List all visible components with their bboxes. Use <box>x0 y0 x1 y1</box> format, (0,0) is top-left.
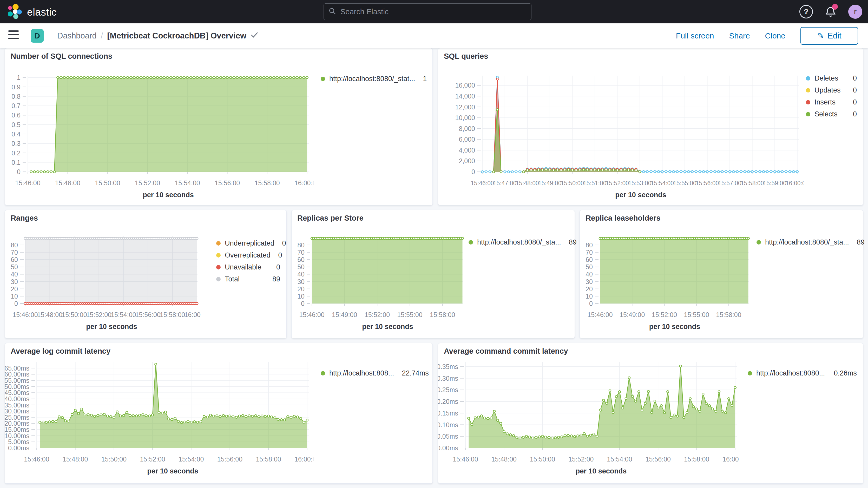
legend-series-dot-icon <box>216 277 221 281</box>
legend-item[interactable]: Selects0 <box>806 110 857 118</box>
svg-text:0.05ms: 0.05ms <box>438 433 458 440</box>
svg-text:15:54:00: 15:54:00 <box>651 180 674 187</box>
share-button[interactable]: Share <box>729 31 750 40</box>
legend-series-value: 0.26ms <box>830 369 857 377</box>
svg-text:per 10 seconds: per 10 seconds <box>143 191 194 199</box>
alerts-bell-button[interactable] <box>824 5 837 18</box>
title-caret-icon[interactable] <box>250 31 258 40</box>
notification-dot <box>832 4 838 10</box>
svg-text:10: 10 <box>11 293 18 300</box>
chart-legend: http://localhost:8080...0.26ms <box>738 343 863 483</box>
legend-series-dot-icon <box>216 253 221 257</box>
chart-legend: http://localhost:8080/_sta...89 <box>751 210 863 338</box>
svg-text:20: 20 <box>586 285 593 293</box>
legend-item[interactable]: Underreplicated0 <box>216 239 280 247</box>
brand-name: elastic <box>27 6 57 18</box>
legend-series-label: http://localhost:8080/_sta... <box>477 238 561 246</box>
svg-text:15:46:00: 15:46:00 <box>453 456 478 463</box>
svg-text:15:51:00: 15:51:00 <box>583 180 607 187</box>
legend-item[interactable]: Deletes0 <box>806 74 857 82</box>
legend-item[interactable]: http://localhost:8080/_sta...89 <box>469 238 568 246</box>
panel-title[interactable]: SQL queries <box>444 52 488 61</box>
global-search[interactable] <box>323 3 531 20</box>
svg-text:0.8: 0.8 <box>11 93 21 100</box>
svg-text:50: 50 <box>11 263 18 271</box>
panel-sql-queries: SQL queries 15:46:0015:47:0015:48:0015:4… <box>438 48 863 205</box>
legend-item[interactable]: Updates0 <box>806 86 857 94</box>
legend-item[interactable]: Inserts0 <box>806 98 857 106</box>
svg-text:15:48:00: 15:48:00 <box>63 456 88 463</box>
legend-series-label: http://localhost:8080/_stat... <box>329 75 415 83</box>
svg-text:80: 80 <box>586 241 593 249</box>
svg-text:per 10 seconds: per 10 seconds <box>86 323 137 331</box>
sql-queries-chart[interactable]: 15:46:0015:47:0015:48:0015:49:0015:50:00… <box>438 48 804 206</box>
menu-hamburger-button[interactable] <box>8 30 20 41</box>
svg-text:per 10 seconds: per 10 seconds <box>615 191 666 199</box>
legend-series-dot-icon <box>321 371 325 375</box>
legend-item[interactable]: http://localhost:8080/_stat...1 <box>321 75 426 83</box>
full-screen-button[interactable]: Full screen <box>676 31 714 40</box>
svg-text:15:58:00: 15:58:00 <box>256 456 281 463</box>
svg-text:8,000: 8,000 <box>459 125 475 132</box>
legend-item[interactable]: Total89 <box>216 275 280 283</box>
panel-ranges: Ranges 15:46:0015:48:0015:50:0015:52:001… <box>5 210 287 338</box>
avg-command-commit-latency-chart[interactable]: 15:46:0015:48:0015:50:0015:52:0015:54:00… <box>438 343 739 484</box>
svg-text:15:52:00: 15:52:00 <box>365 311 390 318</box>
panel-title[interactable]: Replicas per Store <box>297 214 364 222</box>
svg-text:4,000: 4,000 <box>459 147 475 154</box>
legend-series-label: Total <box>225 275 240 283</box>
help-icon[interactable]: ? <box>799 5 813 19</box>
sql-connections-chart[interactable]: 15:46:0015:48:0015:50:0015:52:0015:54:00… <box>5 48 313 206</box>
svg-text:15:47:00: 15:47:00 <box>493 180 517 187</box>
svg-text:16:00:00: 16:00:00 <box>184 311 201 318</box>
panel-avg-command-commit-latency: Average command commit latency 15:46:001… <box>438 343 863 484</box>
svg-text:10,000: 10,000 <box>455 114 475 121</box>
panel-sql-connections: Number of SQL connections 15:46:0015:48:… <box>5 48 433 205</box>
legend-item[interactable]: Overreplicated0 <box>216 251 280 259</box>
svg-text:0.3: 0.3 <box>11 140 21 147</box>
svg-text:0.25ms: 0.25ms <box>438 386 458 393</box>
panel-title[interactable]: Average log commit latency <box>11 347 111 356</box>
legend-series-dot-icon <box>806 88 810 92</box>
svg-text:0.2: 0.2 <box>11 149 21 157</box>
avg-log-commit-latency-chart[interactable]: 15:46:0015:48:0015:50:0015:52:0015:54:00… <box>5 343 313 484</box>
breadcrumb-dashboard-link[interactable]: Dashboard <box>57 31 97 40</box>
svg-text:15:59:00: 15:59:00 <box>763 180 786 187</box>
replica-leaseholders-chart[interactable]: 15:46:0015:49:0015:52:0015:55:0015:58:00… <box>580 210 752 339</box>
svg-text:15:54:00: 15:54:00 <box>179 456 204 463</box>
svg-text:10: 10 <box>586 293 593 300</box>
panel-title[interactable]: Replica leaseholders <box>586 214 661 222</box>
svg-text:15:56:00: 15:56:00 <box>217 456 243 463</box>
search-input[interactable] <box>340 7 527 17</box>
chart-legend: http://localhost:8080/_stat...1 <box>313 48 432 205</box>
panel-title[interactable]: Average command commit latency <box>444 347 568 356</box>
panel-title[interactable]: Number of SQL connections <box>11 52 112 61</box>
svg-text:15:52:00: 15:52:00 <box>140 456 165 463</box>
vertical-divider <box>50 23 50 48</box>
svg-text:60: 60 <box>11 256 18 263</box>
svg-text:12,000: 12,000 <box>455 103 475 111</box>
svg-text:16:00:00: 16:00:00 <box>722 456 739 463</box>
clone-button[interactable]: Clone <box>765 31 785 40</box>
legend-item[interactable]: http://localhost:8080/_sta...89 <box>756 238 857 246</box>
svg-text:70: 70 <box>11 249 18 256</box>
svg-text:15:50:00: 15:50:00 <box>62 311 87 318</box>
replicas-per-store-chart[interactable]: 15:46:0015:49:0015:52:0015:55:0015:58:00… <box>291 210 466 339</box>
ranges-chart[interactable]: 15:46:0015:48:0015:50:0015:52:0015:54:00… <box>5 210 201 339</box>
legend-item[interactable]: http://localhost:8080...0.26ms <box>748 369 857 377</box>
legend-item[interactable]: http://localhost:808...22.74ms <box>321 369 426 377</box>
dashboard-app-badge[interactable]: D <box>31 29 44 42</box>
svg-text:15:55:00: 15:55:00 <box>673 180 696 187</box>
svg-text:15:52:00: 15:52:00 <box>652 311 677 318</box>
svg-text:30: 30 <box>11 278 18 285</box>
user-avatar[interactable]: r <box>848 5 862 19</box>
svg-text:60: 60 <box>297 256 305 263</box>
svg-text:14,000: 14,000 <box>455 92 475 100</box>
edit-button[interactable]: ✎ Edit <box>800 27 858 45</box>
legend-item[interactable]: Unavailable0 <box>216 263 280 271</box>
svg-text:15:46:00: 15:46:00 <box>471 180 494 187</box>
svg-text:per 10 seconds: per 10 seconds <box>649 323 701 331</box>
legend-series-value: 89 <box>853 238 865 246</box>
search-icon <box>329 7 336 16</box>
panel-title[interactable]: Ranges <box>11 214 38 222</box>
